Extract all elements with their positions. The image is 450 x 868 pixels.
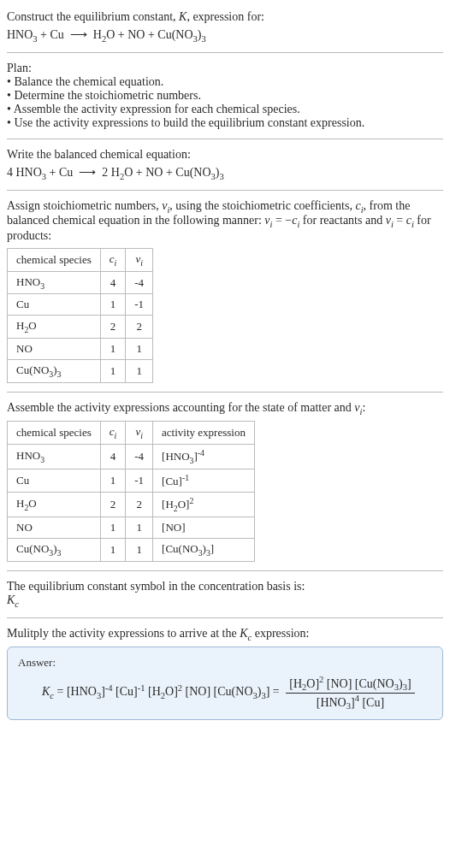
activity-table: chemical species ci νi activity expressi… [7, 421, 255, 561]
table-row: H2O 2 2 [8, 316, 153, 339]
divider [7, 139, 443, 139]
species-cell: Cu [8, 469, 101, 492]
species-cell: H2O [8, 493, 101, 517]
table-row: H2O 2 2 [H2O]2 [8, 493, 255, 517]
expr-cell: [HNO3]-4 [153, 444, 255, 469]
plan-item-text: Use the activity expressions to build th… [14, 116, 364, 129]
table-row: NO 1 1 [NO] [8, 517, 255, 539]
c-cell: 1 [100, 539, 126, 562]
expr-cell: [NO] [153, 517, 255, 539]
divider [7, 617, 443, 618]
nu-cell: -1 [126, 469, 153, 492]
nu-cell: 1 [126, 338, 153, 359]
kc-symbol: Kc [7, 593, 443, 609]
plan-item-text: Determine the stoichiometric numbers. [14, 89, 201, 102]
multiply-line: Mulitply the activity expressions to arr… [7, 627, 443, 642]
divider [7, 52, 443, 53]
species-cell: HNO3 [8, 271, 101, 294]
nu-cell: 1 [126, 359, 153, 382]
species-cell: Cu [8, 294, 101, 316]
c-cell: 2 [100, 493, 126, 517]
table-row: Cu(NO3)3 1 1 [8, 359, 153, 382]
c-cell: 2 [100, 316, 126, 339]
col-expr: activity expression [153, 422, 255, 445]
species-cell: Cu(NO3)3 [8, 359, 101, 382]
stoich-intro: Assign stoichiometric numbers, νi, using… [7, 199, 443, 244]
plan-item: • Determine the stoichiometric numbers. [7, 89, 443, 103]
col-species: chemical species [8, 422, 101, 445]
table-row: Cu 1 -1 [8, 294, 153, 316]
table-row: Cu(NO3)3 1 1 [Cu(NO3)3] [8, 539, 255, 562]
table-header-row: chemical species ci νi [8, 249, 153, 272]
table-row: HNO3 4 -4 [HNO3]-4 [8, 444, 255, 469]
species-cell: H2O [8, 316, 101, 339]
divider [7, 190, 443, 191]
nu-cell: -4 [126, 271, 153, 294]
c-cell: 1 [100, 359, 126, 382]
activity-intro: Assemble the activity expressions accoun… [7, 401, 443, 416]
expr-cell: [Cu]-1 [153, 469, 255, 492]
unbalanced-reaction: HNO3 + Cu ⟶ H2O + NO + Cu(NO3)3 [7, 27, 443, 44]
nu-cell: 1 [126, 539, 153, 562]
table-header-row: chemical species ci νi activity expressi… [8, 422, 255, 445]
answer-label: Answer: [18, 656, 432, 670]
balanced-heading: Write the balanced chemical equation: [7, 148, 443, 162]
nu-cell: 2 [126, 316, 153, 339]
nu-cell: 1 [126, 517, 153, 539]
c-cell: 1 [100, 517, 126, 539]
nu-cell: 2 [126, 493, 153, 517]
plan-heading: Plan: [7, 62, 443, 75]
nu-cell: -1 [126, 294, 153, 316]
c-cell: 4 [100, 444, 126, 469]
col-species: chemical species [8, 249, 101, 272]
nu-cell: -4 [126, 444, 153, 469]
col-nu: νi [126, 422, 153, 445]
divider [7, 392, 443, 393]
plan-item: • Use the activity expressions to build … [7, 116, 443, 130]
c-cell: 4 [100, 271, 126, 294]
expr-cell: [Cu(NO3)3] [153, 539, 255, 562]
c-cell: 1 [100, 294, 126, 316]
col-c: ci [100, 249, 126, 272]
species-cell: HNO3 [8, 444, 101, 469]
answer-box: Answer: Kc = [HNO3]-4 [Cu]-1 [H2O]2 [NO]… [7, 647, 443, 720]
plan-item: • Balance the chemical equation. [7, 75, 443, 89]
plan-item-text: Assemble the activity expression for eac… [14, 103, 300, 115]
species-cell: NO [8, 338, 101, 359]
expr-cell: [H2O]2 [153, 493, 255, 517]
divider [7, 570, 443, 571]
answer-expression: Kc = [HNO3]-4 [Cu]-1 [H2O]2 [NO] [Cu(NO3… [42, 675, 432, 711]
stoich-table: chemical species ci νi HNO3 4 -4 Cu 1 -1… [7, 248, 153, 382]
plan-item-text: Balance the chemical equation. [14, 75, 163, 88]
table-row: Cu 1 -1 [Cu]-1 [8, 469, 255, 492]
species-cell: Cu(NO3)3 [8, 539, 101, 562]
col-c: ci [100, 422, 126, 445]
c-cell: 1 [100, 469, 126, 492]
col-nu: νi [126, 249, 153, 272]
table-row: HNO3 4 -4 [8, 271, 153, 294]
prompt-text: Construct the equilibrium constant, K, e… [7, 10, 264, 23]
balanced-reaction: 4 HNO3 + Cu ⟶ 2 H2O + NO + Cu(NO3)3 [7, 165, 443, 181]
c-cell: 1 [100, 338, 126, 359]
plan-item: • Assemble the activity expression for e… [7, 103, 443, 116]
basis-line: The equilibrium constant symbol in the c… [7, 580, 443, 593]
table-row: NO 1 1 [8, 338, 153, 359]
prompt-line1: Construct the equilibrium constant, K, e… [7, 10, 443, 24]
species-cell: NO [8, 517, 101, 539]
